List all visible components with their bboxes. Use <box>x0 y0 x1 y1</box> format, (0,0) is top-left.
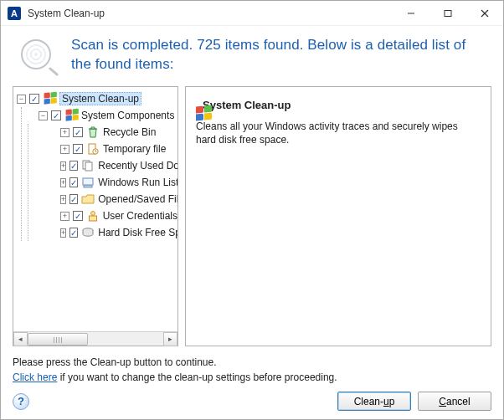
svg-rect-11 <box>89 216 96 221</box>
checkbox[interactable]: ✓ <box>29 94 39 104</box>
tree-item-label: User Credentials <box>103 210 177 222</box>
tree-item[interactable]: + ✓ Recently Used Docum <box>28 157 177 174</box>
scroll-track[interactable] <box>28 332 163 346</box>
tree-item[interactable]: + ✓ User Credentials <box>28 207 177 224</box>
expand-icon[interactable]: + <box>60 161 66 171</box>
windows-logo-icon <box>64 109 78 122</box>
checkbox[interactable]: ✓ <box>69 177 78 187</box>
expand-icon[interactable]: + <box>60 195 66 204</box>
checkbox[interactable]: ✓ <box>73 127 83 137</box>
collapse-icon[interactable]: − <box>17 95 26 104</box>
settings-line-tail: if you want to change the clean-up setti… <box>57 371 337 383</box>
checkbox[interactable]: ✓ <box>73 144 83 154</box>
expand-icon[interactable]: + <box>60 212 69 221</box>
tree-item[interactable]: + ✓ Temporary file <box>28 141 177 157</box>
run-list-icon <box>81 176 95 189</box>
change-settings-link[interactable]: Click here <box>13 371 57 383</box>
tree-item[interactable]: + ✓ Hard Disk Free Space <box>28 224 177 241</box>
settings-line: Click here if you want to change the cle… <box>13 371 491 383</box>
tree-item-label: Temporary file <box>103 143 166 155</box>
tree-panel: − ✓ System Clean-up − ✓ System Component… <box>13 86 178 346</box>
cancel-button[interactable]: Cancel <box>418 392 491 411</box>
checkbox[interactable]: ✓ <box>73 211 83 221</box>
close-button[interactable] <box>466 1 503 25</box>
tree-item[interactable]: + ✓ Opened/Saved Files H <box>28 191 177 207</box>
tree-item-label: Recently Used Docum <box>98 160 177 172</box>
app-icon: A <box>8 7 21 20</box>
help-button[interactable]: ? <box>13 393 29 410</box>
expand-icon[interactable]: + <box>60 228 66 238</box>
details-panel: System Clean-up Cleans all your Windows … <box>185 86 491 346</box>
details-description: Cleans all your Windows activity traces … <box>196 120 481 146</box>
collapse-icon[interactable]: − <box>39 111 48 120</box>
tree-group-label: System Components <box>81 110 174 121</box>
checkbox[interactable]: ✓ <box>69 194 78 204</box>
tree-item-label: Windows Run List <box>98 177 177 188</box>
svg-point-10 <box>90 212 95 216</box>
title-bar: A System Clean-up <box>1 1 503 26</box>
scroll-left-button[interactable]: ◂ <box>13 332 28 346</box>
tree-root[interactable]: − ✓ System Clean-up <box>15 90 177 107</box>
credentials-icon <box>86 209 100 223</box>
cleanup-button[interactable]: Clean-up <box>337 392 411 411</box>
minimize-button[interactable] <box>393 1 429 25</box>
tree-item[interactable]: + ✓ Windows Run List <box>28 174 177 191</box>
svg-rect-1 <box>445 10 451 16</box>
svg-rect-9 <box>84 186 92 187</box>
tree-item-label: Recycle Bin <box>103 126 156 138</box>
checkbox[interactable]: ✓ <box>51 110 61 120</box>
window-title: System Clean-up <box>28 8 393 19</box>
scroll-thumb[interactable] <box>28 333 88 346</box>
expand-icon[interactable]: + <box>60 178 66 187</box>
hard-disk-icon <box>81 226 95 239</box>
windows-logo-icon <box>43 92 56 105</box>
results-tree[interactable]: − ✓ System Clean-up − ✓ System Component… <box>13 87 177 331</box>
recent-docs-icon <box>81 159 95 172</box>
instruction-text: Please press the Clean-up button to cont… <box>13 356 491 368</box>
temp-file-icon <box>86 142 100 156</box>
horizontal-scrollbar[interactable]: ◂ ▸ <box>13 331 177 346</box>
checkbox[interactable]: ✓ <box>69 228 78 238</box>
scan-summary: Scan is completed. 725 items found. Belo… <box>71 36 483 74</box>
maximize-button[interactable] <box>429 1 466 25</box>
tree-group[interactable]: − ✓ System Components <box>22 107 177 124</box>
expand-icon[interactable]: + <box>60 128 69 137</box>
scroll-right-button[interactable]: ▸ <box>163 332 177 346</box>
tree-root-label[interactable]: System Clean-up <box>59 92 141 105</box>
details-title: System Clean-up <box>203 99 291 111</box>
tree-item-label: Opened/Saved Files H <box>98 193 177 205</box>
svg-rect-8 <box>83 178 93 185</box>
svg-rect-7 <box>85 162 92 171</box>
recycle-bin-icon <box>86 125 100 139</box>
opened-saved-icon <box>81 192 95 206</box>
checkbox[interactable]: ✓ <box>69 161 78 171</box>
expand-icon[interactable]: + <box>60 145 69 154</box>
magnifier-icon <box>18 36 59 78</box>
footer: Please press the Clean-up button to cont… <box>1 351 503 419</box>
tree-item-label: Hard Disk Free Space <box>98 227 177 238</box>
tree-item[interactable]: + ✓ Recycle Bin <box>28 124 177 141</box>
header: Scan is completed. 725 items found. Belo… <box>1 26 503 86</box>
